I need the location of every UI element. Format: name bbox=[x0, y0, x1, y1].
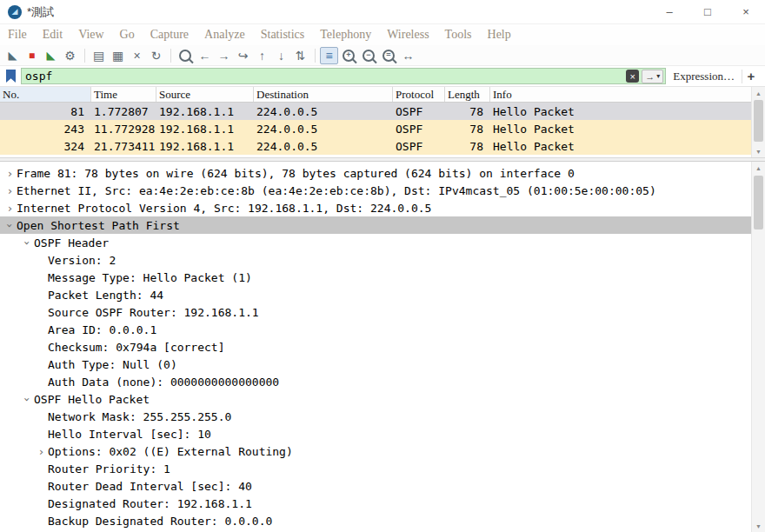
add-filter-button[interactable]: + bbox=[742, 69, 760, 83]
detail-line-hello-interval[interactable]: › Hello Interval [sec]: 10 bbox=[0, 425, 751, 442]
packet-details-pane: › Frame 81: 78 bytes on wire (624 bits),… bbox=[0, 162, 765, 532]
find-packet-icon[interactable] bbox=[176, 47, 195, 64]
expression-button[interactable]: Expression… bbox=[673, 70, 735, 83]
restart-capture-icon[interactable]: ◣ bbox=[42, 47, 60, 64]
menu-bar: File Edit View Go Capture Analyze Statis… bbox=[0, 24, 765, 45]
cell-source: 192.168.1.1 bbox=[156, 140, 254, 153]
detail-line-backup-designated-router[interactable]: › Backup Designated Router: 0.0.0.0 bbox=[0, 512, 751, 529]
menu-tools[interactable]: Tools bbox=[437, 24, 480, 45]
detail-line-checksum[interactable]: › Checksum: 0x794a [correct] bbox=[0, 338, 751, 356]
column-header-no[interactable]: No. bbox=[0, 87, 91, 102]
column-header-time[interactable]: Time bbox=[91, 87, 156, 102]
column-header-destination[interactable]: Destination bbox=[254, 87, 393, 102]
detail-line-ip[interactable]: › Internet Protocol Version 4, Src: 192.… bbox=[0, 199, 751, 216]
detail-line-message-type[interactable]: › Message Type: Hello Packet (1) bbox=[0, 269, 751, 286]
scroll-down-icon[interactable]: ▼ bbox=[752, 145, 765, 157]
expander-icon[interactable]: › bbox=[21, 236, 34, 249]
detail-text: Hello Interval [sec]: 10 bbox=[48, 428, 211, 441]
open-capture-icon[interactable]: ▤ bbox=[90, 47, 108, 64]
auto-scroll-icon[interactable]: ⇅ bbox=[291, 47, 309, 64]
detail-line-dead-interval[interactable]: › Router Dead Interval [sec]: 40 bbox=[0, 477, 751, 495]
menu-file[interactable]: File bbox=[0, 24, 35, 45]
expander-icon[interactable]: › bbox=[35, 445, 48, 458]
detail-text: Internet Protocol Version 4, Src: 192.16… bbox=[17, 202, 431, 215]
scroll-up-icon[interactable]: ▲ bbox=[752, 87, 765, 99]
column-header-info[interactable]: Info bbox=[490, 87, 751, 102]
capture-options-icon[interactable]: ⚙ bbox=[61, 47, 79, 64]
go-forward-icon[interactable]: → bbox=[215, 47, 233, 64]
packet-list-pane: No. Time Source Destination Protocol Len… bbox=[0, 87, 765, 158]
menu-help[interactable]: Help bbox=[480, 24, 519, 45]
close-capture-icon[interactable]: × bbox=[128, 47, 146, 64]
close-button[interactable]: × bbox=[727, 0, 765, 24]
detail-line-designated-router[interactable]: › Designated Router: 192.168.1.1 bbox=[0, 495, 751, 512]
menu-statistics[interactable]: Statistics bbox=[253, 24, 313, 45]
column-header-source[interactable]: Source bbox=[156, 87, 254, 102]
go-last-packet-icon[interactable]: ↓ bbox=[272, 47, 290, 64]
packet-row[interactable]: 324 21.773411 192.168.1.1 224.0.0.5 OSPF… bbox=[0, 137, 751, 155]
details-scrollbar[interactable]: ▲ ▼ bbox=[751, 162, 765, 532]
colorize-icon[interactable]: ≡ bbox=[320, 47, 338, 64]
packet-row[interactable]: 243 11.772928 192.168.1.1 224.0.0.5 OSPF… bbox=[0, 120, 751, 137]
go-first-packet-icon[interactable]: ↑ bbox=[253, 47, 271, 64]
menu-view[interactable]: View bbox=[70, 24, 111, 45]
menu-capture[interactable]: Capture bbox=[143, 24, 196, 45]
detail-line-router-priority[interactable]: › Router Priority: 1 bbox=[0, 460, 751, 477]
expander-icon[interactable]: › bbox=[3, 167, 17, 180]
expander-icon[interactable]: › bbox=[21, 393, 34, 406]
detail-line-ospf-hello[interactable]: › OSPF Hello Packet bbox=[0, 390, 751, 408]
detail-line-frame[interactable]: › Frame 81: 78 bytes on wire (624 bits),… bbox=[0, 164, 751, 182]
cell-protocol: OSPF bbox=[393, 140, 445, 153]
detail-line-ethernet[interactable]: › Ethernet II, Src: ea:4e:2e:eb:ce:8b (e… bbox=[0, 182, 751, 199]
filter-clear-icon[interactable]: × bbox=[626, 70, 639, 83]
stop-capture-icon[interactable]: ■ bbox=[23, 47, 41, 64]
start-capture-icon[interactable]: ◣ bbox=[3, 47, 22, 64]
menu-go[interactable]: Go bbox=[112, 24, 143, 45]
display-filter-field[interactable]: × → ▾ bbox=[21, 68, 666, 84]
detail-line-area-id[interactable]: › Area ID: 0.0.0.1 bbox=[0, 321, 751, 338]
zoom-normal-icon[interactable]: = bbox=[379, 47, 398, 64]
minimize-button[interactable]: – bbox=[650, 0, 688, 24]
detail-line-ospf[interactable]: › Open Shortest Path First bbox=[0, 216, 751, 234]
detail-text: Area ID: 0.0.0.1 bbox=[48, 323, 156, 336]
detail-line-version[interactable]: › Version: 2 bbox=[0, 251, 751, 269]
menu-analyze[interactable]: Analyze bbox=[196, 24, 253, 45]
reload-icon[interactable]: ↻ bbox=[147, 47, 165, 64]
scroll-down-icon[interactable]: ▼ bbox=[752, 520, 765, 532]
cell-no: 81 bbox=[0, 105, 91, 118]
detail-line-source-router[interactable]: › Source OSPF Router: 192.168.1.1 bbox=[0, 303, 751, 321]
filter-bookmark-icon[interactable] bbox=[6, 70, 16, 83]
save-capture-icon[interactable]: ▦ bbox=[109, 47, 127, 64]
detail-line-options[interactable]: › Options: 0x02 ((E) External Routing) bbox=[0, 442, 751, 460]
packet-list-scrollbar[interactable]: ▲ ▼ bbox=[751, 87, 765, 157]
resize-columns-icon[interactable]: ↔ bbox=[399, 47, 417, 64]
detail-line-ospf-header[interactable]: › OSPF Header bbox=[0, 234, 751, 251]
menu-telephony[interactable]: Telephony bbox=[312, 24, 379, 45]
zoom-in-icon[interactable]: + bbox=[339, 47, 358, 64]
expander-icon[interactable]: › bbox=[3, 184, 17, 197]
packet-row[interactable]: 81 1.772807 192.168.1.1 224.0.0.5 OSPF 7… bbox=[0, 103, 751, 120]
expander-icon[interactable]: › bbox=[3, 202, 17, 215]
scroll-up-icon[interactable]: ▲ bbox=[752, 162, 765, 174]
scrollbar-thumb[interactable] bbox=[754, 176, 763, 229]
go-to-packet-icon[interactable]: ↪ bbox=[234, 47, 252, 64]
expander-icon[interactable]: › bbox=[3, 219, 17, 232]
maximize-button[interactable]: □ bbox=[688, 0, 727, 24]
scrollbar-thumb[interactable] bbox=[754, 100, 763, 142]
toolbar-separator bbox=[170, 49, 171, 63]
zoom-out-icon[interactable]: − bbox=[359, 47, 378, 64]
menu-wireless[interactable]: Wireless bbox=[379, 24, 436, 45]
detail-text: Network Mask: 255.255.255.0 bbox=[48, 410, 231, 423]
detail-line-auth-type[interactable]: › Auth Type: Null (0) bbox=[0, 356, 751, 373]
detail-text: Backup Designated Router: 0.0.0.0 bbox=[48, 515, 272, 528]
filter-apply-button[interactable]: → ▾ bbox=[642, 70, 663, 83]
filter-history-caret-icon: ▾ bbox=[656, 72, 660, 80]
column-header-length[interactable]: Length bbox=[445, 87, 490, 102]
detail-line-network-mask[interactable]: › Network Mask: 255.255.255.0 bbox=[0, 408, 751, 425]
display-filter-input[interactable] bbox=[25, 70, 626, 83]
menu-edit[interactable]: Edit bbox=[35, 24, 70, 45]
detail-line-auth-data[interactable]: › Auth Data (none): 0000000000000000 bbox=[0, 373, 751, 390]
go-back-icon[interactable]: ← bbox=[196, 47, 214, 64]
detail-line-packet-length[interactable]: › Packet Length: 44 bbox=[0, 286, 751, 303]
column-header-protocol[interactable]: Protocol bbox=[393, 87, 445, 102]
